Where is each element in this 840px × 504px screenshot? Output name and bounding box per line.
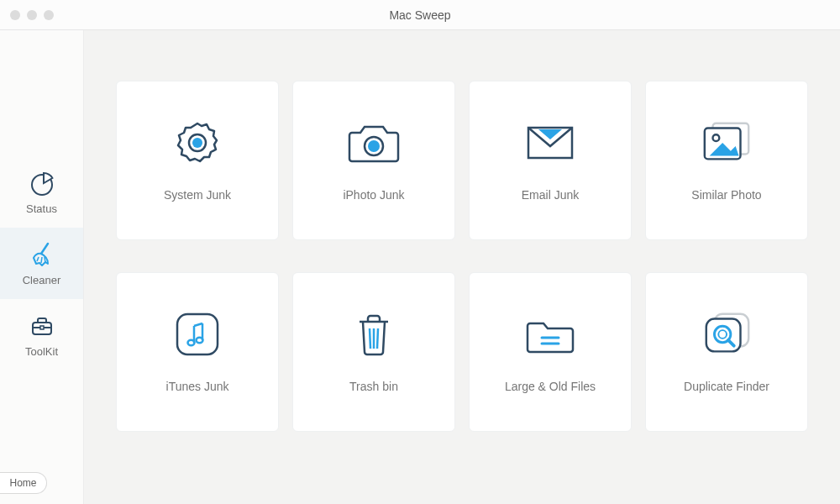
camera-icon	[347, 119, 401, 166]
toolbox-icon	[28, 312, 56, 340]
tile-label: Similar Photo	[691, 188, 761, 202]
tile-similar-photo[interactable]: Similar Photo	[645, 81, 808, 240]
svg-line-1	[41, 244, 48, 254]
sidebar: Status Cleaner	[0, 30, 84, 504]
folder-icon	[523, 311, 577, 358]
home-button[interactable]: Home	[0, 472, 47, 494]
sidebar-item-label: Cleaner	[23, 274, 61, 286]
titlebar: Mac Sweep	[0, 0, 840, 30]
home-button-label: Home	[9, 477, 36, 489]
svg-line-4	[45, 257, 45, 262]
tile-label: Large & Old Files	[505, 380, 596, 393]
sidebar-item-label: Status	[26, 202, 57, 215]
broom-icon	[28, 240, 56, 269]
tile-label: Email Junk	[522, 188, 579, 202]
magnifier-icon	[700, 311, 753, 358]
svg-line-2	[37, 257, 39, 261]
tile-duplicate-finder[interactable]: Duplicate Finder	[645, 272, 808, 432]
svg-point-11	[368, 140, 380, 152]
svg-line-3	[41, 257, 42, 263]
tile-trash-bin[interactable]: Trash bin	[292, 272, 455, 432]
tile-grid: System Junk iPhoto Junk	[116, 81, 808, 432]
music-note-icon	[171, 311, 224, 358]
tile-label: Duplicate Finder	[684, 380, 769, 393]
traffic-lights	[10, 10, 54, 20]
sidebar-item-status[interactable]: Status	[0, 156, 83, 228]
tile-itunes-junk[interactable]: iTunes Junk	[116, 272, 279, 432]
svg-point-20	[197, 338, 203, 343]
traffic-zoom-icon[interactable]	[44, 10, 54, 20]
tile-large-old-files[interactable]: Large & Old Files	[469, 272, 632, 432]
tile-label: System Junk	[164, 188, 231, 202]
sidebar-item-toolkit[interactable]: ToolKit	[0, 299, 83, 370]
tile-email-junk[interactable]: Email Junk	[469, 81, 632, 240]
trash-icon	[347, 311, 401, 358]
tile-system-junk[interactable]: System Junk	[116, 81, 279, 240]
sidebar-item-label: ToolKit	[25, 345, 58, 358]
sidebar-item-cleaner[interactable]: Cleaner	[0, 228, 83, 299]
envelope-icon	[523, 119, 577, 166]
gear-icon	[171, 119, 224, 166]
svg-line-21	[370, 328, 370, 349]
images-icon	[700, 119, 753, 166]
svg-point-19	[188, 340, 195, 345]
tile-label: Trash bin	[349, 380, 398, 393]
traffic-close-icon[interactable]	[10, 10, 20, 20]
svg-rect-18	[177, 314, 218, 354]
svg-line-23	[377, 328, 378, 349]
tile-label: iTunes Junk	[166, 380, 229, 393]
traffic-minimize-icon[interactable]	[27, 10, 37, 20]
window-title: Mac Sweep	[389, 8, 450, 22]
svg-rect-7	[40, 326, 44, 329]
tile-iphoto-junk[interactable]: iPhoto Junk	[292, 81, 455, 240]
tile-label: iPhoto Junk	[343, 188, 404, 202]
svg-point-9	[192, 138, 202, 148]
main-area: System Junk iPhoto Junk	[84, 30, 840, 504]
piechart-icon	[28, 169, 56, 197]
